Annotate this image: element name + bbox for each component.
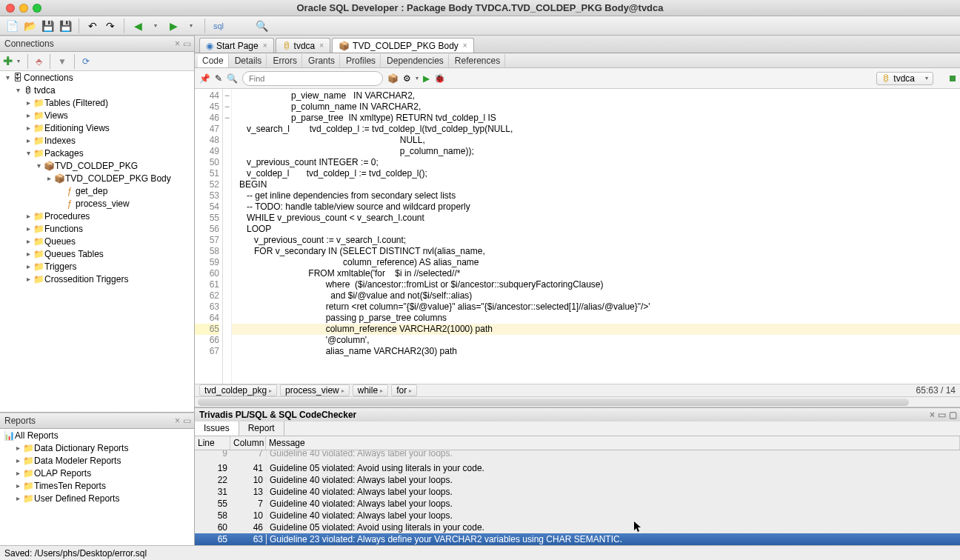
find-input[interactable] [242, 71, 383, 86]
forward-icon[interactable]: ▶ [166, 19, 181, 33]
tree-node[interactable]: ƒget_dep [0, 184, 194, 197]
tree-node[interactable]: ▸📁Tables (Filtered) [0, 96, 194, 109]
connections-panel-header: Connections ×▭ [0, 36, 194, 52]
breadcrumb-item[interactable]: tvd_coldep_pkg ▸ [199, 384, 277, 396]
tab-start-page[interactable]: ◉Start Page× [199, 38, 274, 53]
report-node[interactable]: ▸📁User Defined Reports [0, 492, 194, 504]
breadcrumb-item[interactable]: process_view ▸ [280, 384, 350, 396]
tree-node[interactable]: ▾🛢tvdca [0, 84, 194, 96]
main-toolbar: 📄 📂 💾 💾 ↶ ↷ ◀ ▾ ▶ ▾ sql 🔍 [0, 16, 960, 36]
panel-close-icon[interactable]: × [930, 410, 935, 420]
connection-selector[interactable]: 🛢tvdca▾ [876, 72, 933, 85]
debug-icon[interactable]: 🐞 [434, 73, 445, 84]
tree-node[interactable]: ▸📁Procedures [0, 210, 194, 222]
checker-tab-report[interactable]: Report [239, 421, 284, 436]
breadcrumb-item[interactable]: for ▸ [391, 384, 417, 396]
subtab-references[interactable]: References [450, 54, 505, 67]
issue-row[interactable]: 6563Guideline 23 violated: Always define… [195, 533, 960, 545]
panel-close-icon[interactable]: × [175, 416, 180, 426]
edit-icon[interactable]: ✎ [215, 73, 222, 84]
tree-node[interactable]: ▸📁Functions [0, 222, 194, 235]
tree-node[interactable]: ▸📁Triggers [0, 260, 194, 273]
issue-row[interactable]: 557Guideline 40 violated: Always label y… [195, 498, 960, 510]
sql-icon[interactable]: sql [211, 19, 226, 33]
undo-icon[interactable]: ↶ [85, 19, 100, 33]
gear-icon[interactable]: ⚙ [403, 73, 411, 84]
forward-menu-icon[interactable]: ▾ [184, 19, 199, 33]
subtab-errors[interactable]: Errors [268, 54, 302, 67]
status-bar: Saved: /Users/phs/Desktop/error.sql [0, 545, 960, 560]
subtab-dependencies[interactable]: Dependencies [382, 54, 449, 67]
tree-node[interactable]: ▾🗄Connections [0, 71, 194, 84]
compile-icon[interactable]: 📦 [387, 73, 399, 84]
close-icon: × [319, 41, 324, 50]
tree-node[interactable]: ▸📦TVD_COLDEP_PKG Body [0, 172, 194, 184]
tree-node[interactable]: ▸📁Editioning Views [0, 121, 194, 134]
window-title: Oracle SQL Developer : Package Body TVDC… [0, 2, 960, 13]
code-editor[interactable]: 4445464748495051525354555657585960616263… [195, 89, 960, 384]
pin-icon[interactable]: 📌 [199, 73, 210, 84]
tab-tvdca[interactable]: 🛢tvdca× [276, 38, 331, 53]
tns-icon[interactable]: ⬘ [36, 56, 42, 67]
issue-row[interactable]: 2210Guideline 40 violated: Always label … [195, 474, 960, 486]
report-node[interactable]: ▸📁Data Modeler Reports [0, 454, 194, 467]
panel-close-icon[interactable]: × [175, 39, 180, 49]
titlebar: Oracle SQL Developer : Package Body TVDC… [0, 0, 960, 16]
horizontal-scrollbar[interactable] [195, 397, 960, 407]
tree-node[interactable]: ▾📦TVD_COLDEP_PKG [0, 159, 194, 172]
report-node[interactable]: ▸📁Data Dictionary Reports [0, 441, 194, 454]
panel-minimize-icon[interactable]: ▭ [183, 416, 191, 426]
subtab-grants[interactable]: Grants [304, 54, 340, 67]
filter-icon[interactable]: ▼ [58, 56, 67, 67]
report-node[interactable]: 📊All Reports [0, 429, 194, 441]
reports-tree[interactable]: 📊All Reports▸📁Data Dictionary Reports▸📁D… [0, 429, 194, 545]
back-menu-icon[interactable]: ▾ [148, 19, 163, 33]
tree-node[interactable]: ▾📁Packages [0, 147, 194, 159]
back-icon[interactable]: ◀ [130, 19, 145, 33]
tree-node[interactable]: ▸📁Queues [0, 235, 194, 247]
new-icon[interactable]: 📄 [4, 19, 19, 33]
refresh-icon[interactable]: ⟳ [82, 56, 90, 67]
reports-panel-header: Reports ×▭ [0, 413, 194, 429]
tree-node[interactable]: ▸📁Queues Tables [0, 247, 194, 260]
cursor-position: 65:63 / 14 [916, 385, 956, 396]
checker-tabs: IssuesReport [195, 421, 960, 436]
subtab-details[interactable]: Details [230, 54, 267, 67]
tree-node[interactable]: ƒprocess_view [0, 197, 194, 210]
editor-toolbar: 📌 ✎ 🔍 📦 ⚙▾ ▶ 🐞 🛢tvdca▾ [195, 68, 960, 89]
object-subtabs: CodeDetailsErrorsGrantsProfilesDependenc… [195, 53, 960, 68]
close-icon: × [463, 41, 467, 50]
report-node[interactable]: ▸📁OLAP Reports [0, 467, 194, 479]
reports-title: Reports [4, 416, 36, 426]
issue-row[interactable]: 6046Guideline 05 violated: Avoid using l… [195, 521, 960, 533]
checker-title: Trivadis PL/SQL & SQL CodeChecker ×▭▢ [195, 408, 960, 421]
issue-row[interactable]: 97Guideline 40 violated: Always label yo… [195, 450, 960, 459]
open-icon[interactable]: 📂 [22, 19, 37, 33]
tab-package-body[interactable]: 📦TVD_COLDEP_PKG Body× [332, 38, 474, 53]
issue-row[interactable]: 5810Guideline 40 violated: Always label … [195, 510, 960, 521]
issue-row[interactable]: 1941Guideline 05 violated: Avoid using l… [195, 462, 960, 474]
checker-tab-issues[interactable]: Issues [195, 421, 239, 436]
panel-maximize-icon[interactable]: ▢ [949, 410, 957, 420]
panel-minimize-icon[interactable]: ▭ [183, 39, 191, 49]
code-checker-panel: Trivadis PL/SQL & SQL CodeChecker ×▭▢ Is… [195, 407, 960, 545]
breadcrumb-item[interactable]: while ▸ [353, 384, 388, 396]
subtab-code[interactable]: Code [198, 54, 229, 67]
binoculars-icon[interactable]: 🔍 [254, 19, 269, 33]
subtab-profiles[interactable]: Profiles [341, 54, 381, 67]
connections-tree[interactable]: ▾🗄Connections▾🛢tvdca▸📁Tables (Filtered)▸… [0, 71, 194, 412]
save-all-icon[interactable]: 💾 [58, 19, 73, 33]
tree-node[interactable]: ▸📁Indexes [0, 134, 194, 147]
tree-node[interactable]: ▸📁Views [0, 109, 194, 121]
report-node[interactable]: ▸📁TimesTen Reports [0, 479, 194, 492]
tree-node[interactable]: ▸📁Crossedition Triggers [0, 273, 194, 285]
redo-icon[interactable]: ↷ [103, 19, 118, 33]
panel-minimize-icon[interactable]: ▭ [938, 410, 946, 420]
search-icon[interactable]: 🔍 [227, 73, 238, 84]
editor-tabs: ◉Start Page× 🛢tvdca× 📦TVD_COLDEP_PKG Bod… [195, 36, 960, 53]
save-icon[interactable]: 💾 [40, 19, 55, 33]
issue-row[interactable]: 3113Guideline 40 violated: Always label … [195, 486, 960, 498]
run-icon[interactable]: ▶ [423, 73, 430, 84]
checker-table-header: Line Column Message [195, 436, 960, 450]
add-connection-icon[interactable]: ✚ [3, 54, 13, 68]
